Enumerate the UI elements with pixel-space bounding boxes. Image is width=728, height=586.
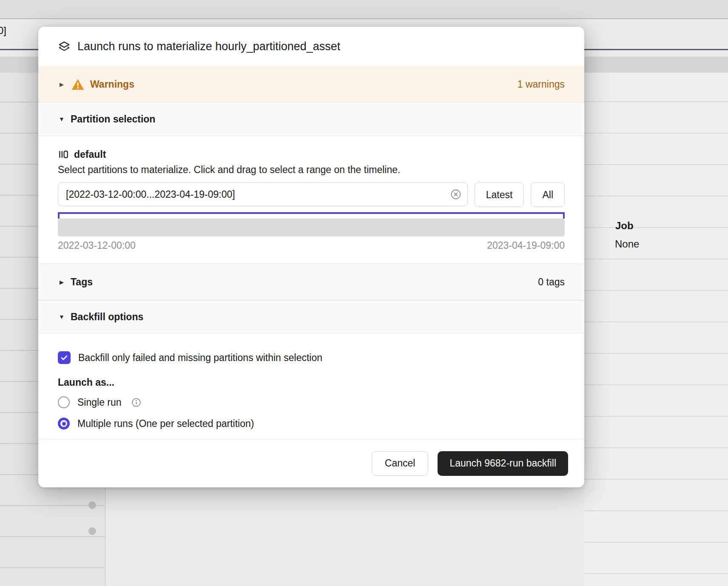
warning-icon	[71, 79, 84, 90]
tags-section-header[interactable]: ▶ Tags 0 tags	[38, 264, 584, 300]
warnings-label: Warnings	[90, 79, 134, 90]
single-run-radio[interactable]	[58, 396, 70, 408]
timeline-end-label: 2023-04-19-09:00	[487, 240, 565, 251]
cancel-button[interactable]: Cancel	[372, 451, 429, 476]
clear-selection-button[interactable]	[450, 188, 462, 200]
background-top-bar	[0, 0, 728, 19]
launch-as-label: Launch as...	[58, 377, 565, 388]
partition-dimension-name: default	[74, 149, 106, 160]
partition-selection-title: Partition selection	[71, 114, 155, 125]
warnings-count-badge: 1 warnings	[518, 79, 565, 90]
backfill-checkbox-row: Backfill only failed and missing partiti…	[58, 351, 565, 364]
clear-circle-x-icon	[450, 188, 462, 200]
chevron-down-icon: ▼	[58, 313, 65, 320]
background-right-panel: Job None	[584, 73, 728, 586]
background-clipped-cell-text: 0]	[0, 25, 6, 37]
multiple-runs-option-row: Multiple runs (One per selected partitio…	[58, 416, 565, 431]
chevron-right-icon: ▶	[58, 279, 65, 285]
backfill-options-title: Backfill options	[71, 311, 143, 323]
partition-selection-instructions: Select partitions to materialize. Click …	[58, 164, 565, 176]
checkmark-icon	[60, 353, 68, 362]
partition-range-row: Latest All	[58, 182, 565, 207]
single-run-option-row: Single run	[58, 395, 565, 410]
partition-range-input-wrap	[58, 182, 468, 207]
job-column-value: None	[615, 238, 639, 250]
tags-title: Tags	[71, 276, 93, 288]
backfill-options-content: Backfill only failed and missing partiti…	[38, 333, 584, 439]
launch-backfill-button[interactable]: Launch 9682-run backfill	[438, 451, 568, 476]
dialog-footer: Cancel Launch 9682-run backfill	[38, 439, 584, 487]
dialog-header: Launch runs to materialize hourly_partit…	[38, 27, 584, 66]
backfill-checkbox-label: Backfill only failed and missing partiti…	[78, 352, 322, 364]
backfill-only-failed-checkbox[interactable]	[58, 351, 71, 364]
selection-range-indicator[interactable]	[58, 212, 565, 219]
multiple-runs-radio[interactable]	[58, 418, 70, 430]
latest-button[interactable]: Latest	[475, 182, 524, 207]
row-status-dot	[88, 501, 96, 509]
partition-range-input[interactable]	[58, 182, 468, 206]
backfill-options-section-header[interactable]: ▼ Backfill options	[38, 300, 584, 333]
partition-timeline[interactable]	[58, 219, 565, 236]
partition-dimension-row: default	[58, 147, 565, 162]
chevron-down-icon: ▼	[58, 116, 65, 122]
dialog-title: Launch runs to materialize hourly_partit…	[77, 40, 340, 53]
info-icon[interactable]	[131, 397, 142, 408]
materialize-layers-icon	[58, 40, 71, 53]
partition-dimension-icon	[58, 149, 69, 160]
multiple-runs-label: Multiple runs (One per selected partitio…	[77, 418, 254, 430]
single-run-label: Single run	[77, 397, 122, 408]
row-status-dot	[88, 527, 96, 535]
timeline-labels: 2022-03-12-00:00 2023-04-19-09:00	[58, 240, 565, 251]
warnings-section-header[interactable]: ▶ Warnings 1 warnings	[38, 66, 584, 102]
timeline-start-label: 2022-03-12-00:00	[58, 240, 136, 251]
tags-count-badge: 0 tags	[538, 276, 565, 288]
chevron-right-icon: ▶	[58, 81, 65, 88]
launch-runs-dialog: Launch runs to materialize hourly_partit…	[38, 27, 584, 487]
all-button[interactable]: All	[531, 182, 565, 207]
partition-selection-section-header[interactable]: ▼ Partition selection	[38, 102, 584, 136]
partition-selection-content: default Select partitions to materialize…	[38, 136, 584, 264]
job-column-header: Job	[615, 220, 634, 232]
